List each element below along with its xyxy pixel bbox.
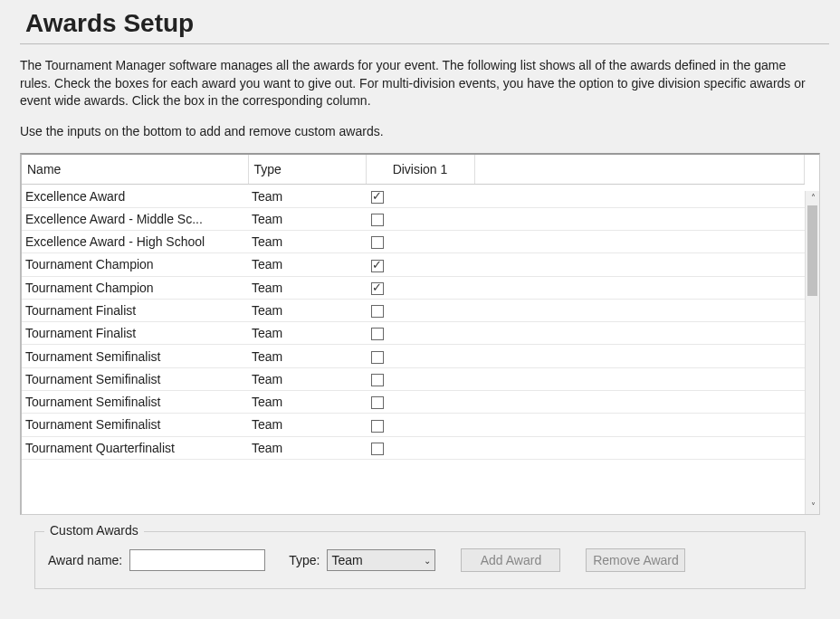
award-name-cell: Excellence Award <box>22 185 248 207</box>
divider <box>20 43 829 44</box>
remove-award-button[interactable]: Remove Award <box>586 548 685 572</box>
award-name-cell: Tournament Semifinalist <box>22 414 248 436</box>
description-p1: The Tournament Manager software manages … <box>20 57 820 110</box>
table-row[interactable]: Excellence Award - Middle Sc...Team <box>22 207 805 230</box>
type-label: Type: <box>289 553 320 567</box>
award-type-cell: Team <box>248 276 366 299</box>
award-division-cell <box>366 391 474 414</box>
scroll-thumb[interactable] <box>807 205 817 296</box>
award-division-cell <box>366 367 474 390</box>
division-checkbox[interactable] <box>371 236 384 249</box>
description-block: The Tournament Manager software manages … <box>20 57 820 140</box>
blank-cell <box>474 436 805 459</box>
scroll-down-icon[interactable]: ˅ <box>806 500 820 514</box>
division-checkbox[interactable] <box>371 328 384 340</box>
table-row[interactable]: Tournament QuarterfinalistTeam <box>22 436 805 459</box>
award-division-cell <box>366 276 474 299</box>
award-division-cell <box>366 230 474 252</box>
blank-cell <box>474 367 805 390</box>
award-type-cell: Team <box>248 230 366 252</box>
blank-cell <box>474 230 805 252</box>
award-type-cell: Team <box>248 322 366 345</box>
award-type-cell: Team <box>248 367 366 390</box>
type-select[interactable]: Team ⌄ <box>327 549 435 571</box>
award-name-cell: Tournament Semifinalist <box>22 391 248 414</box>
custom-awards-row: Award name: Type: Team ⌄ Add Award Remov… <box>48 548 792 572</box>
division-checkbox[interactable] <box>371 191 384 204</box>
award-type-cell: Team <box>248 345 366 367</box>
custom-awards-legend: Custom Awards <box>44 523 144 538</box>
award-name-cell: Excellence Award - Middle Sc... <box>22 207 248 230</box>
division-checkbox[interactable] <box>371 351 384 364</box>
add-award-button[interactable]: Add Award <box>461 548 560 572</box>
award-division-cell <box>366 253 474 276</box>
table-header-row: Name Type Division 1 <box>22 155 805 185</box>
table-row[interactable]: Tournament SemifinalistTeam <box>22 414 805 436</box>
award-name-label: Award name: <box>48 553 122 567</box>
award-name-cell: Tournament Semifinalist <box>22 367 248 390</box>
blank-cell <box>474 253 805 276</box>
table-row[interactable]: Excellence AwardTeam <box>22 185 805 207</box>
award-type-cell: Team <box>248 207 366 230</box>
award-type-cell: Team <box>248 299 366 321</box>
award-name-input[interactable] <box>129 549 265 571</box>
awards-table-frame: Name Type Division 1 Excellence AwardTea… <box>20 153 820 515</box>
division-checkbox[interactable] <box>371 305 384 318</box>
award-name-cell: Tournament Semifinalist <box>22 345 248 367</box>
col-type-header[interactable]: Type <box>248 155 366 185</box>
blank-cell <box>474 322 805 345</box>
division-checkbox[interactable] <box>371 214 384 226</box>
division-checkbox[interactable] <box>371 443 384 455</box>
award-name-cell: Tournament Champion <box>22 253 248 276</box>
award-name-cell: Tournament Quarterfinalist <box>22 436 248 459</box>
award-type-cell: Team <box>248 414 366 436</box>
blank-cell <box>474 391 805 414</box>
award-division-cell <box>366 299 474 321</box>
division-checkbox[interactable] <box>371 282 384 295</box>
blank-cell <box>474 276 805 299</box>
table-row[interactable]: Tournament FinalistTeam <box>22 322 805 345</box>
awards-setup-page: Awards Setup The Tournament Manager soft… <box>0 9 840 619</box>
award-name-cell: Tournament Finalist <box>22 299 248 321</box>
division-checkbox[interactable] <box>371 420 384 433</box>
awards-scroll-area: Name Type Division 1 Excellence AwardTea… <box>22 155 805 514</box>
description-p2: Use the inputs on the bottom to add and … <box>20 123 820 141</box>
page-title: Awards Setup <box>25 9 840 38</box>
award-type-cell: Team <box>248 253 366 276</box>
award-name-cell: Tournament Finalist <box>22 322 248 345</box>
award-name-cell: Excellence Award - High School <box>22 230 248 252</box>
table-row[interactable]: Tournament ChampionTeam <box>22 253 805 276</box>
award-division-cell <box>366 414 474 436</box>
award-name-cell: Tournament Champion <box>22 276 248 299</box>
blank-cell <box>474 185 805 207</box>
award-division-cell <box>366 345 474 367</box>
table-row[interactable]: Tournament FinalistTeam <box>22 299 805 321</box>
award-division-cell <box>366 436 474 459</box>
award-division-cell <box>366 322 474 345</box>
blank-cell <box>474 414 805 436</box>
blank-cell <box>474 345 805 367</box>
division-checkbox[interactable] <box>371 374 384 386</box>
col-division-header[interactable]: Division 1 <box>366 155 474 185</box>
division-checkbox[interactable] <box>371 260 384 272</box>
table-row[interactable]: Tournament SemifinalistTeam <box>22 367 805 390</box>
col-name-header[interactable]: Name <box>22 155 248 185</box>
award-division-cell <box>366 207 474 230</box>
custom-awards-group: Custom Awards Award name: Type: Team ⌄ A… <box>34 531 806 589</box>
vertical-scrollbar[interactable]: ˄ ˅ <box>805 191 819 514</box>
blank-cell <box>474 207 805 230</box>
table-row[interactable]: Tournament ChampionTeam <box>22 276 805 299</box>
awards-table: Name Type Division 1 Excellence AwardTea… <box>22 155 805 460</box>
table-row[interactable]: Tournament SemifinalistTeam <box>22 345 805 367</box>
table-row[interactable]: Excellence Award - High SchoolTeam <box>22 230 805 252</box>
award-division-cell <box>366 185 474 207</box>
award-type-cell: Team <box>248 391 366 414</box>
division-checkbox[interactable] <box>371 396 384 409</box>
blank-cell <box>474 299 805 321</box>
type-select-value: Team <box>331 553 362 567</box>
col-blank-header <box>474 155 805 185</box>
scroll-up-icon[interactable]: ˄ <box>806 191 820 205</box>
chevron-down-icon: ⌄ <box>424 556 431 566</box>
award-type-cell: Team <box>248 185 366 207</box>
table-row[interactable]: Tournament SemifinalistTeam <box>22 391 805 414</box>
